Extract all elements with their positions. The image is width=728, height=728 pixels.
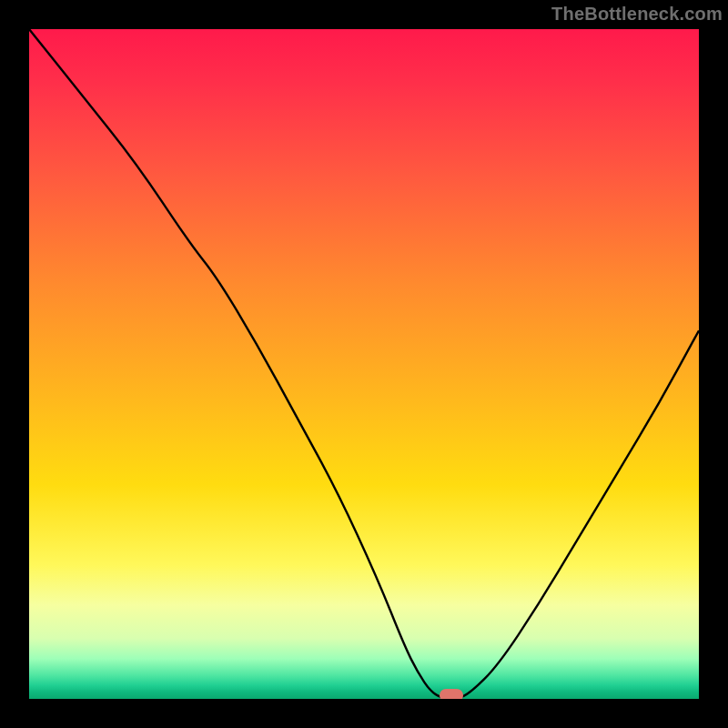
chart-frame: TheBottleneck.com	[0, 0, 728, 728]
plot-area	[29, 29, 699, 699]
optimal-point-marker	[440, 689, 463, 699]
heat-gradient-background	[29, 29, 699, 699]
watermark-text: TheBottleneck.com	[551, 4, 723, 25]
